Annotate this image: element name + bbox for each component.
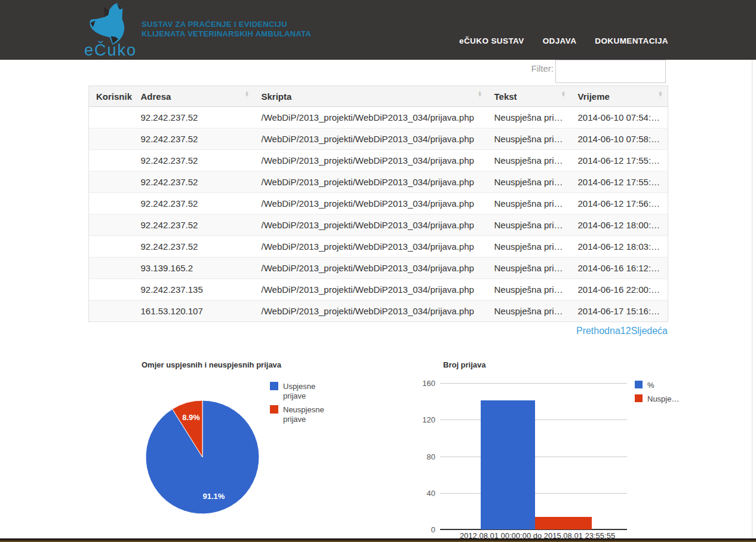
cell-tekst: Neuspješna prijava — [487, 301, 571, 322]
pagination-prev[interactable]: Prethodna — [576, 326, 620, 336]
cell-adresa: 93.139.165.2 — [134, 258, 254, 279]
cell-korisnik — [89, 107, 134, 128]
cell-adresa: 92.242.237.52 — [134, 128, 254, 150]
logo-text: eČuko — [84, 41, 137, 60]
bar-legend-item-percent: % — [635, 381, 706, 390]
table-body: 92.242.237.52/WebDiP/2013_projekti/WebDi… — [89, 107, 668, 322]
cell-tekst: Neuspješna prijava — [487, 258, 571, 279]
column-header-skripta[interactable]: Skripta ▲▼ — [254, 86, 487, 107]
app-header: eČuko SUSTAV ZA PRAĆENJE I EVIDENCIJU KL… — [0, 0, 756, 60]
column-label: Vrijeme — [578, 91, 610, 102]
cell-vrijeme: 2014-06-16 22:00:43 — [571, 279, 668, 301]
bar-0[interactable] — [481, 400, 535, 529]
dog-logo-icon — [87, 1, 130, 47]
cell-korisnik — [89, 279, 134, 301]
pie-legend-item-uspjesne: Uspjesne prijave — [270, 382, 330, 401]
table-row: 92.242.237.52/WebDiP/2013_projekti/WebDi… — [89, 128, 668, 150]
cell-korisnik — [89, 301, 134, 322]
legend-label: % — [647, 381, 654, 390]
tagline-line2: KLIJENATA VETERINARSKIH AMBULANATA — [142, 29, 311, 38]
legend-label: Neuspjesne prijave — [283, 405, 330, 424]
cell-skripta: /WebDiP/2013_projekti/WebDiP2013_034/pri… — [254, 193, 487, 215]
y-tick-label: 40 — [413, 489, 435, 498]
legend-swatch-red — [635, 394, 643, 402]
cell-tekst: Neuspješna prijava — [487, 215, 571, 236]
cell-adresa: 92.242.237.52 — [134, 193, 254, 215]
cell-skripta: /WebDiP/2013_projekti/WebDiP2013_034/pri… — [254, 258, 487, 279]
pie-chart: 91.1%8.9% — [145, 400, 260, 515]
cell-tekst: Neuspješna prijava — [487, 128, 571, 150]
pagination-page-1[interactable]: 1 — [620, 326, 626, 336]
cell-tekst: Neuspješna prijava — [487, 107, 571, 128]
cell-vrijeme: 2014-06-12 18:00:37 — [571, 215, 668, 236]
legend-swatch-blue — [270, 382, 278, 390]
cell-korisnik — [89, 193, 134, 215]
y-tick-label: 80 — [413, 452, 435, 461]
table-row: 93.139.165.2/WebDiP/2013_projekti/WebDiP… — [89, 258, 668, 279]
cell-tekst: Neuspješna prijava — [487, 193, 571, 215]
cell-tekst: Neuspješna prijava — [487, 279, 571, 301]
table-row: 92.242.237.52/WebDiP/2013_projekti/WebDi… — [89, 107, 668, 128]
sort-icon: ▲▼ — [658, 91, 663, 97]
gridline — [440, 383, 627, 384]
cell-vrijeme: 2014-06-12 17:56:02 — [571, 193, 668, 215]
pagination-next[interactable]: Sljedeća — [631, 326, 668, 336]
cell-korisnik — [89, 215, 134, 236]
table-row: 92.242.237.52/WebDiP/2013_projekti/WebDi… — [89, 236, 668, 258]
cell-korisnik — [89, 236, 134, 258]
page: eČuko SUSTAV ZA PRAĆENJE I EVIDENCIJU KL… — [0, 0, 756, 542]
cell-vrijeme: 2014-06-16 16:12:05 — [571, 258, 668, 279]
bar-1[interactable] — [535, 517, 592, 529]
cell-adresa: 92.242.237.52 — [134, 172, 254, 193]
column-label: Tekst — [494, 91, 517, 102]
cell-vrijeme: 2014-06-10 07:54:56 — [571, 107, 668, 128]
table-row: 92.242.237.52/WebDiP/2013_projekti/WebDi… — [89, 215, 668, 236]
cell-tekst: Neuspješna prijava — [487, 236, 571, 258]
table-header-row: Korisnik▲ Adresa ▲▼ Skripta ▲▼ Tekst ▲▼ … — [89, 86, 668, 107]
table-row: 92.242.237.135/WebDiP/2013_projekti/WebD… — [89, 279, 668, 301]
filter-input[interactable] — [555, 60, 666, 83]
cell-skripta: /WebDiP/2013_projekti/WebDiP2013_034/pri… — [254, 107, 487, 128]
bar-chart-title: Broj prijava — [443, 360, 486, 369]
cell-adresa: 92.242.237.52 — [134, 215, 254, 236]
pagination-page-2[interactable]: 2 — [626, 326, 631, 336]
sort-icon: ▲▼ — [478, 91, 483, 97]
cell-skripta: /WebDiP/2013_projekti/WebDiP2013_034/pri… — [254, 236, 487, 258]
column-header-korisnik[interactable]: Korisnik▲ — [89, 86, 134, 107]
legend-label: Nuspje… — [647, 394, 679, 404]
legend-swatch-blue — [635, 381, 643, 388]
bar-legend: % Nuspje… — [635, 381, 706, 408]
cell-korisnik — [89, 128, 134, 150]
cell-adresa: 161.53.120.107 — [134, 301, 254, 322]
cell-adresa: 92.242.237.135 — [134, 279, 254, 301]
main-nav: eČUKO SUSTAV ODJAVA DOKUMENTACIJA — [459, 36, 668, 45]
cell-adresa: 92.242.237.52 — [134, 150, 254, 172]
pie-slice-label: 8.9% — [182, 413, 200, 422]
nav-item-ecuko-sustav[interactable]: eČUKO SUSTAV — [459, 36, 524, 45]
column-label: Adresa — [141, 91, 171, 102]
cell-vrijeme: 2014-06-12 17:55:52 — [571, 150, 668, 172]
nav-item-odjava[interactable]: ODJAVA — [543, 36, 577, 45]
cell-skripta: /WebDiP/2013_projekti/WebDiP2013_034/pri… — [254, 128, 487, 150]
column-header-vrijeme[interactable]: Vrijeme ▲▼ — [571, 86, 668, 107]
bar-legend-item-nuspje: Nuspje… — [635, 394, 706, 404]
nav-item-dokumentacija[interactable]: DOKUMENTACIJA — [595, 36, 668, 45]
pie-chart-title: Omjer uspjesnih i neuspjesnih prijava — [142, 360, 281, 369]
filter-label: Filter: — [505, 63, 554, 74]
table-row: 161.53.120.107/WebDiP/2013_projekti/WebD… — [89, 301, 668, 322]
table-row: 92.242.237.52/WebDiP/2013_projekti/WebDi… — [89, 150, 668, 172]
pie-slice-label: 91.1% — [202, 492, 225, 501]
cell-vrijeme: 2014-06-12 17:55:58 — [571, 172, 668, 193]
sort-icon: ▲▼ — [245, 91, 250, 97]
cell-skripta: /WebDiP/2013_projekti/WebDiP2013_034/pri… — [254, 215, 487, 236]
tagline-line1: SUSTAV ZA PRAĆENJE I EVIDENCIJU — [142, 20, 287, 29]
cell-vrijeme: 2014-06-10 07:58:49 — [571, 128, 668, 150]
cell-adresa: 92.242.237.52 — [134, 236, 254, 258]
cell-skripta: /WebDiP/2013_projekti/WebDiP2013_034/pri… — [254, 172, 487, 193]
column-header-adresa[interactable]: Adresa ▲▼ — [134, 86, 254, 107]
cell-tekst: Neuspješna prijava — [487, 150, 571, 172]
column-label: Skripta — [262, 91, 292, 102]
column-header-tekst[interactable]: Tekst ▲▼ — [487, 86, 571, 107]
cell-skripta: /WebDiP/2013_projekti/WebDiP2013_034/pri… — [254, 150, 487, 172]
app-tagline: SUSTAV ZA PRAĆENJE I EVIDENCIJU KLIJENAT… — [142, 20, 311, 39]
